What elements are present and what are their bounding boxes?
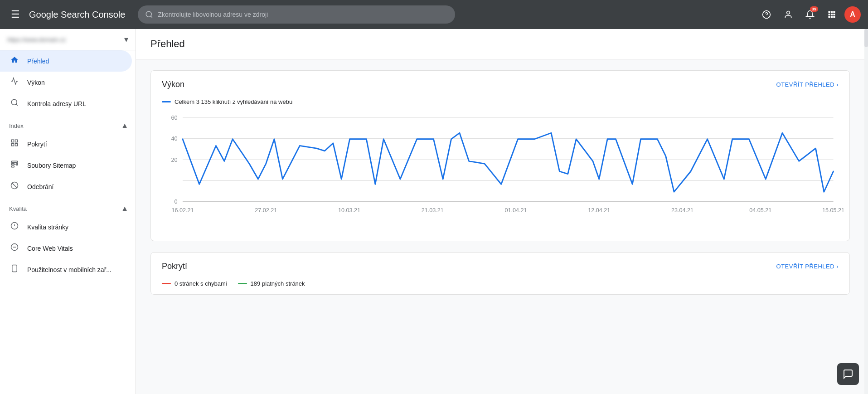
notification-badge: 39 — [810, 6, 818, 12]
error-legend-text: 0 stránek s chybami — [175, 280, 227, 287]
kvalita-chevron-icon: ▲ — [121, 204, 128, 213]
legend-line-red — [162, 283, 171, 284]
performance-open-link[interactable]: OTEVŘÍT PŘEHLED › — [776, 81, 839, 88]
error-legend-item: 0 stránek s chybami — [162, 280, 227, 287]
svg-text:01.04.21: 01.04.21 — [504, 208, 527, 214]
page-title: Přehled — [150, 38, 850, 50]
menu-icon[interactable]: ☰ — [7, 5, 24, 24]
svg-rect-16 — [11, 140, 14, 142]
svg-rect-17 — [15, 140, 18, 142]
coverage-card: Pokrytí OTEVŘÍT PŘEHLED › 0 stránek s ch… — [150, 252, 850, 295]
svg-text:27.02.21: 27.02.21 — [255, 208, 277, 214]
kvalita-section-header[interactable]: Kvalita ▲ — [0, 197, 136, 216]
index-chevron-icon: ▲ — [121, 122, 128, 130]
sitemap-icon — [9, 160, 20, 170]
scrollbar-thumb — [864, 29, 868, 47]
account-button[interactable] — [779, 5, 797, 24]
svg-text:04.05.21: 04.05.21 — [749, 208, 771, 214]
sidebar-item-core-web-vitals[interactable]: Core Web Vitals — [0, 238, 132, 259]
app-logo: Google Search Console — [29, 10, 125, 20]
svg-text:10.03.21: 10.03.21 — [338, 208, 360, 214]
property-dropdown-icon[interactable]: ▾ — [124, 34, 128, 44]
svg-text:15.05.21: 15.05.21 — [822, 208, 844, 214]
apps-button[interactable] — [823, 5, 841, 24]
chat-fab[interactable] — [837, 363, 859, 385]
svg-rect-18 — [11, 144, 14, 146]
page-quality-icon — [9, 222, 20, 232]
legend-line-green — [238, 283, 247, 284]
svg-text:12.04.21: 12.04.21 — [588, 208, 610, 214]
valid-legend-text: 189 platných stránek — [251, 280, 305, 287]
property-url: https://www.domain.cz — [7, 36, 121, 43]
valid-legend-item: 189 platných stránek — [238, 280, 305, 287]
svg-rect-5 — [829, 11, 830, 13]
performance-chart: 60 40 20 0 16.02.21 27.02.21 10.03.21 21… — [162, 112, 839, 230]
svg-rect-8 — [829, 14, 830, 15]
svg-point-0 — [146, 11, 152, 17]
app-layout: https://www.domain.cz ▾ Přehled V — [0, 29, 868, 394]
mobile-icon — [9, 264, 20, 275]
svg-point-4 — [787, 11, 790, 15]
index-section-label: Index — [9, 122, 24, 129]
app-header: ☰ Google Search Console 39 — [0, 0, 868, 29]
notifications-button[interactable]: 39 — [801, 5, 819, 24]
search-bar[interactable] — [138, 5, 455, 24]
svg-point-14 — [11, 99, 17, 105]
removal-icon — [9, 181, 20, 192]
sidebar-item-mobilni[interactable]: Použitelnost v mobilních zař... — [0, 259, 132, 280]
main-content: Přehled Výkon OTEVŘÍT PŘEHLED › Celkem 3… — [136, 29, 864, 394]
svg-rect-11 — [829, 16, 830, 18]
svg-rect-7 — [833, 11, 835, 13]
kvalita-section-label: Kvalita — [9, 205, 27, 212]
svg-text:23.04.21: 23.04.21 — [671, 208, 693, 214]
logo-text: Google Search Console — [29, 10, 125, 20]
sidebar-item-label: Soubory Sitemap — [27, 162, 76, 169]
coverage-card-title: Pokrytí — [162, 262, 187, 271]
svg-rect-6 — [831, 11, 833, 13]
svg-rect-20 — [11, 161, 18, 162]
url-check-icon — [9, 98, 20, 109]
svg-text:0: 0 — [174, 199, 177, 205]
index-section-header[interactable]: Index ▲ — [0, 114, 136, 133]
sidebar-item-label: Odebrání — [27, 183, 53, 190]
sidebar: https://www.domain.cz ▾ Přehled V — [0, 29, 136, 394]
performance-card-header: Výkon OTEVŘÍT PŘEHLED › — [151, 71, 849, 95]
sidebar-item-kontrola-url[interactable]: Kontrola adresy URL — [0, 93, 132, 114]
right-scrollbar[interactable] — [864, 29, 868, 394]
svg-rect-10 — [833, 14, 835, 15]
svg-text:40: 40 — [171, 136, 177, 142]
svg-line-1 — [151, 16, 152, 17]
sidebar-item-sitemap[interactable]: Soubory Sitemap — [0, 155, 132, 176]
coverage-open-link[interactable]: OTEVŘÍT PŘEHLED › — [776, 263, 839, 270]
avatar[interactable]: A — [844, 6, 861, 23]
search-input[interactable] — [158, 11, 448, 18]
content-area: Výkon OTEVŘÍT PŘEHLED › Celkem 3 135 kli… — [136, 59, 864, 306]
svg-rect-9 — [831, 14, 833, 15]
coverage-icon — [9, 139, 20, 149]
performance-card: Výkon OTEVŘÍT PŘEHLED › Celkem 3 135 kli… — [150, 70, 850, 241]
svg-rect-21 — [11, 164, 14, 165]
svg-rect-22 — [11, 166, 14, 167]
property-selector[interactable]: https://www.domain.cz ▾ — [0, 29, 136, 50]
sidebar-item-prehled[interactable]: Přehled — [0, 50, 132, 72]
sidebar-item-pokryti[interactable]: Pokrytí — [0, 133, 132, 155]
coverage-card-header: Pokrytí OTEVŘÍT PŘEHLED › — [151, 253, 849, 277]
svg-text:16.02.21: 16.02.21 — [171, 208, 194, 214]
svg-text:21.03.21: 21.03.21 — [422, 208, 444, 214]
performance-legend: Celkem 3 135 kliknutí z vyhledávání na w… — [151, 95, 849, 112]
sidebar-item-label: Použitelnost v mobilních zař... — [27, 266, 112, 273]
sidebar-nav: Přehled Výkon Kontrola adresy URL — [0, 50, 136, 394]
coverage-legend: 0 stránek s chybami 189 platných stránek — [151, 277, 849, 294]
svg-text:20: 20 — [171, 157, 177, 163]
legend-line-blue — [162, 101, 171, 102]
sidebar-item-label: Pokrytí — [27, 141, 47, 148]
sidebar-item-label: Kontrola adresy URL — [27, 100, 86, 107]
svg-rect-12 — [831, 16, 833, 18]
help-button[interactable] — [757, 5, 776, 24]
sidebar-item-vykon[interactable]: Výkon — [0, 72, 132, 93]
sidebar-item-kvalita-stranky[interactable]: Kvalita stránky — [0, 216, 132, 238]
sidebar-item-label: Core Web Vitals — [27, 245, 73, 252]
header-icons: 39 A — [757, 5, 861, 24]
sidebar-item-odebrani[interactable]: Odebrání — [0, 176, 132, 197]
svg-line-26 — [12, 183, 17, 188]
